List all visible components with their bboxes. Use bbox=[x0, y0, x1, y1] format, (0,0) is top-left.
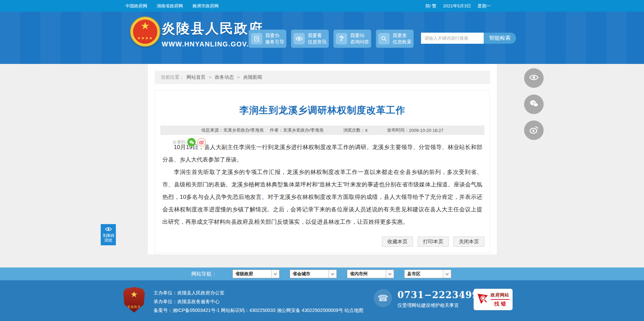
site-name: 炎陵县人民政府 bbox=[162, 19, 263, 38]
nav-band-label: 网站导航： bbox=[191, 271, 217, 277]
site-footer: 党政机关 主办单位：炎陵县人民政府办公室 承办单位：炎陵县政务服务中心 备案号：… bbox=[0, 280, 644, 321]
close-page-button[interactable]: 关闭本页 bbox=[453, 237, 484, 247]
breadcrumb-separator: ＞ bbox=[236, 74, 241, 80]
topbar: 中国政府网 湖南省政府网 株洲市政府网 简/ 繁 2021年5月3日 星期一 bbox=[0, 0, 644, 12]
sitemap-link[interactable]: 站点地图 bbox=[345, 308, 363, 313]
quick-button-label: 我要办 服务引导 bbox=[265, 32, 284, 45]
chevron-down-icon bbox=[271, 270, 279, 278]
divider bbox=[491, 299, 510, 300]
print-page-button[interactable]: 打印本页 bbox=[418, 237, 449, 247]
quick-button-label: 我要问 咨询问答 bbox=[350, 32, 369, 45]
favorite-page-button[interactable]: 收藏本页 bbox=[382, 237, 413, 247]
article-box: 李润生到龙溪乡调研林权制度改革工作 信息来源： 龙溪乡党政办/李海燕 作者： 龙… bbox=[155, 90, 490, 253]
select-provincial-gov[interactable]: 省级政府 bbox=[232, 270, 280, 278]
wechat-icon bbox=[529, 99, 539, 110]
content-card: 当前位置： 网站首页 ＞ 政务动态 ＞ 炎陵新闻 李润生到龙溪乡调研林权制度改革… bbox=[148, 64, 497, 254]
footer-phone-note: 仅受理网站建设维护相关事宜 bbox=[397, 302, 459, 309]
site-title-block: 炎陵县人民政府 WWW.HNYANLING.GOV.CN bbox=[162, 19, 263, 48]
meta-views: 4 bbox=[365, 128, 367, 133]
article-actions: 收藏本页 打印本页 关闭本页 bbox=[382, 237, 484, 247]
meta-source: 龙溪乡党政办/李海燕 bbox=[223, 127, 264, 133]
quick-button-label: 我要查 信息检索 bbox=[393, 32, 412, 45]
article-meta: 信息来源： 龙溪乡党政办/李海燕 作者： 龙溪乡党政办/李海燕 浏览次数： 4 … bbox=[160, 126, 484, 135]
site-url: WWW.HNYANLING.GOV.CN bbox=[162, 40, 263, 48]
meta-publish-time: 2009-10-20 16:27 bbox=[409, 128, 444, 133]
quick-button-label: 我要看 信息资讯 bbox=[308, 32, 327, 45]
share-widget: 分享到 bbox=[172, 138, 206, 146]
topbar-links: 中国政府网 湖南省政府网 株洲市政府网 bbox=[125, 3, 219, 9]
topbar-link-zhuzhou-gov[interactable]: 株洲市政府网 bbox=[192, 3, 219, 9]
small-stars-icon bbox=[137, 36, 153, 40]
site-nav-band: 网站导航： 省级政府 省会城市 省内市州 县市区 bbox=[0, 268, 644, 280]
breadcrumb-gov-news[interactable]: 政务动态 bbox=[215, 74, 234, 80]
consult-qa-button[interactable]: 我要问 咨询问答 bbox=[333, 30, 371, 48]
meta-publish-label: 发布时间： bbox=[387, 127, 409, 133]
footer-record-line: 备案号：湘ICP备05003421号-1 网站标识码：4302250033 湘公… bbox=[154, 306, 363, 315]
meta-author: 龙溪乡党政办/李海燕 bbox=[283, 127, 324, 133]
meta-author-label: 作者： bbox=[270, 127, 283, 133]
article-paragraph: 李润生首先听取了龙溪乡的专项工作汇报，龙溪乡的林权制度改革工作一直以来都走在全县… bbox=[162, 166, 482, 228]
chevron-down-icon bbox=[328, 270, 336, 278]
article-body: 10月19日，县人大副主任李润生一行到龙溪乡进行林权制度改革工作的调研。龙溪乡主… bbox=[162, 141, 482, 228]
search-bar: 智能检索 bbox=[421, 33, 516, 44]
meta-source-label: 信息来源： bbox=[201, 127, 223, 133]
error-report-logo-icon bbox=[477, 293, 488, 306]
weibo-share-icon[interactable] bbox=[197, 138, 206, 146]
smart-search-button[interactable]: 智能检索 bbox=[484, 33, 516, 44]
quick-buttons: 我要办 服务引导 我要看 信息资讯 我要问 咨询问答 bbox=[249, 30, 414, 48]
magnifier-icon bbox=[378, 33, 390, 44]
meta-views-label: 浏览次数： bbox=[343, 127, 365, 133]
page: 中国政府网 湖南省政府网 株洲市政府网 简/ 繁 2021年5月3日 星期一 炎… bbox=[0, 0, 644, 321]
lang-toggle[interactable]: 简/ 繁 bbox=[425, 3, 436, 9]
article-title: 李润生到龙溪乡调研林权制度改革工作 bbox=[155, 104, 490, 117]
site-header: 炎陵县人民政府 WWW.HNYANLING.GOV.CN 我要办 服务引导 我要… bbox=[0, 12, 644, 64]
select-province-cities[interactable]: 省内市州 bbox=[347, 270, 394, 278]
breadcrumb-home[interactable]: 网站首页 bbox=[187, 74, 205, 80]
article-paragraph: 10月19日，县人大副主任李润生一行到龙溪乡进行林权制度改革工作的调研。龙溪乡主… bbox=[162, 141, 482, 166]
info-news-button[interactable]: 我要看 信息资讯 bbox=[291, 30, 329, 48]
footer-organizer-line: 承办单位：炎陵县政务服务中心 bbox=[154, 297, 363, 306]
floating-view-button[interactable] bbox=[524, 68, 544, 88]
footer-info: 主办单位：炎陵县人民政府办公室 承办单位：炎陵县政务服务中心 备案号：湘ICP备… bbox=[154, 288, 363, 315]
breadcrumb-yanling-news[interactable]: 炎陵新闻 bbox=[243, 74, 262, 80]
national-emblem-logo[interactable] bbox=[131, 17, 160, 46]
document-icon bbox=[251, 33, 262, 44]
question-icon bbox=[336, 33, 347, 44]
footer-phone-number: 0731−22234995 bbox=[397, 290, 485, 300]
select-capital-cities[interactable]: 省会城市 bbox=[290, 270, 337, 278]
eye-icon bbox=[293, 33, 305, 44]
breadcrumb-separator: ＞ bbox=[208, 74, 213, 80]
error-report-text: 政府网站 找错 bbox=[491, 292, 510, 307]
current-weekday: 星期一 bbox=[478, 3, 491, 9]
chevron-down-icon bbox=[443, 270, 451, 278]
topbar-right: 简/ 繁 2021年5月3日 星期一 bbox=[425, 3, 491, 9]
breadcrumb: 当前位置： 网站首页 ＞ 政务动态 ＞ 炎陵新闻 bbox=[155, 71, 490, 84]
phone-icon bbox=[374, 289, 392, 307]
breadcrumb-label: 当前位置： bbox=[161, 74, 184, 80]
eye-icon bbox=[105, 227, 112, 233]
wechat-share-icon[interactable] bbox=[187, 138, 196, 146]
topbar-link-china-gov[interactable]: 中国政府网 bbox=[125, 3, 147, 9]
accessibility-browse-button[interactable]: 无障碍 浏览 bbox=[101, 224, 116, 245]
search-input[interactable] bbox=[421, 33, 484, 44]
party-gov-badge: 党政机关 bbox=[123, 287, 145, 313]
eye-icon bbox=[529, 72, 539, 84]
floating-wechat-button[interactable] bbox=[524, 95, 544, 114]
weibo-icon bbox=[529, 124, 539, 136]
topbar-link-hunan-gov[interactable]: 湖南省政府网 bbox=[157, 3, 183, 9]
star-icon bbox=[130, 290, 138, 298]
star-icon bbox=[141, 21, 150, 31]
share-label: 分享到 bbox=[172, 139, 186, 145]
current-date: 2021年5月3日 bbox=[443, 3, 471, 9]
gov-site-error-report-badge[interactable]: 政府网站 找错 bbox=[474, 289, 513, 310]
service-guide-button[interactable]: 我要办 服务引导 bbox=[249, 30, 286, 48]
footer-host-line: 主办单位：炎陵县人民政府办公室 bbox=[154, 288, 363, 297]
chevron-down-icon bbox=[386, 270, 394, 278]
party-gov-badge-label: 党政机关 bbox=[127, 305, 141, 309]
select-county-districts[interactable]: 县市区 bbox=[404, 270, 451, 278]
info-search-button[interactable]: 我要查 信息检索 bbox=[376, 30, 414, 48]
accessibility-label: 无障碍 浏览 bbox=[102, 233, 115, 243]
floating-weibo-button[interactable] bbox=[524, 120, 544, 140]
